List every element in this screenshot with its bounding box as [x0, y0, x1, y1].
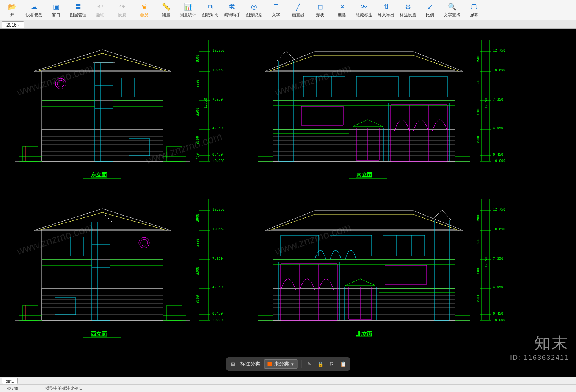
svg-text:±0.000: ±0.000: [493, 318, 505, 322]
text-search-button[interactable]: 🔍 文字查找: [441, 1, 463, 20]
svg-text:10.650: 10.650: [493, 227, 505, 231]
cloud-button[interactable]: ☁ 快看云盘: [24, 1, 45, 20]
annotation-bar: ⊞ 标注分类 未分类 ▾ ✎ 🔒 ⎘ 📋: [226, 357, 350, 371]
svg-text:±0.000: ±0.000: [212, 318, 225, 322]
shape-button[interactable]: ◻ 形状: [309, 1, 331, 20]
svg-text:0.450: 0.450: [493, 312, 503, 315]
shape-icon: ◻: [315, 2, 325, 11]
hide-icon: 👁: [359, 2, 369, 11]
svg-text:3600: 3600: [476, 136, 480, 144]
io-icon: ⇅: [381, 2, 391, 11]
search-icon: 🔍: [447, 2, 457, 11]
svg-text:7.350: 7.350: [212, 257, 223, 261]
assist-icon: 🛠: [228, 2, 237, 11]
svg-text:7.350: 7.350: [493, 98, 503, 102]
file-tabbar: 2016.·: [0, 20, 576, 29]
main-toolbar: 📂 开 ☁ 快看云盘 ▣ 窗口 ≣ 图层管理 ↶ 撤销 ↷ 恢复 ♛ 会员 📏 …: [0, 0, 576, 20]
file-tab[interactable]: 2016.·: [2, 21, 24, 28]
redo-button[interactable]: ↷ 恢复: [111, 1, 133, 20]
settings-icon: ⚙: [403, 2, 413, 11]
elevation-title: 西立面: [91, 331, 107, 337]
svg-text:450: 450: [196, 153, 199, 159]
text-button[interactable]: T 文字: [265, 1, 287, 20]
anno-settings-button[interactable]: ⚙ 标注设置: [397, 1, 419, 20]
color-swatch: [267, 362, 272, 366]
svg-text:3300: 3300: [476, 267, 480, 275]
grid-icon[interactable]: ⊞: [229, 360, 237, 368]
layout-tab[interactable]: out1: [2, 378, 18, 384]
svg-text:12.750: 12.750: [212, 48, 225, 52]
chevron-down-icon: ▾: [291, 361, 294, 367]
edit-assist-button[interactable]: 🛠 编辑助手: [221, 1, 243, 20]
status-left: = 42746: [3, 386, 30, 391]
line-button[interactable]: ╱ 画直线: [287, 1, 309, 20]
vip-icon: ♛: [140, 2, 149, 11]
layers-icon: ≣: [74, 2, 83, 11]
ruler-icon: 📏: [162, 2, 171, 11]
cloud-icon: ☁: [30, 2, 39, 11]
shape-recognize-button[interactable]: ◎ 图形识别: [243, 1, 265, 20]
redo-icon: ↷: [118, 2, 127, 11]
svg-text:3300: 3300: [196, 238, 199, 247]
svg-text:4.050: 4.050: [212, 126, 223, 130]
svg-text:12.750: 12.750: [212, 208, 225, 211]
folder-icon: 📂: [8, 2, 17, 11]
compare-icon: ⧉: [206, 2, 215, 11]
elevation-title: 南立面: [356, 172, 372, 178]
screen-icon: 🖵: [469, 2, 479, 11]
svg-text:3300: 3300: [196, 108, 199, 116]
anno-tag-select[interactable]: 未分类 ▾: [264, 359, 297, 369]
svg-text:3300: 3300: [476, 238, 480, 247]
undo-icon: ↶: [96, 2, 105, 11]
measure-button[interactable]: 📏 测量: [155, 1, 177, 20]
drawing-canvas[interactable]: www.znzmo.com www.znzmo.com www.znzmo.co…: [0, 29, 576, 377]
status-bar: = 42746 模型中的标注比例:1: [0, 384, 576, 392]
paste-icon[interactable]: 📋: [339, 360, 347, 368]
svg-text:3300: 3300: [476, 79, 480, 87]
svg-text:0.450: 0.450: [212, 312, 223, 315]
hide-anno-button[interactable]: 👁 隐藏标注: [353, 1, 375, 20]
svg-text:12.750: 12.750: [493, 208, 505, 211]
compare-button[interactable]: ⧉ 图纸对比: [199, 1, 221, 20]
svg-text:7.350: 7.350: [493, 257, 503, 261]
vip-button[interactable]: ♛ 会员: [133, 1, 155, 20]
lock-icon[interactable]: 🔒: [317, 360, 324, 368]
svg-text:7.350: 7.350: [212, 98, 223, 102]
separator: [301, 360, 301, 368]
import-export-button[interactable]: ⇅ 导入导出: [375, 1, 397, 20]
svg-text:10.650: 10.650: [212, 227, 225, 231]
text-icon: T: [272, 2, 281, 11]
open-button[interactable]: 📂 开: [2, 1, 23, 20]
scale-button[interactable]: ⤢ 比例: [419, 1, 441, 20]
svg-text:3600: 3600: [196, 295, 199, 303]
measure-stats-button[interactable]: 📊 测量统计: [177, 1, 199, 20]
svg-text:3300: 3300: [196, 79, 199, 87]
svg-text:12750: 12750: [204, 98, 207, 108]
svg-text:10.650: 10.650: [212, 68, 225, 72]
svg-text:2900: 2900: [476, 55, 480, 63]
elevation-title: 东立面: [91, 172, 107, 178]
svg-text:3600: 3600: [196, 136, 199, 144]
anno-category-label: 标注分类: [240, 361, 260, 367]
copy-icon[interactable]: ⎘: [328, 360, 336, 368]
elevation-east: 12.750 10.650 7.350 4.050 0.450 ±0.000 1…: [15, 40, 243, 184]
svg-text:12750: 12750: [484, 98, 488, 108]
svg-text:12750: 12750: [484, 257, 488, 267]
recognize-icon: ◎: [250, 2, 259, 11]
svg-text:10.650: 10.650: [493, 68, 505, 72]
svg-text:4.050: 4.050: [212, 285, 223, 289]
screen-button[interactable]: 🖵 屏幕: [463, 1, 485, 20]
scale-icon: ⤢: [425, 2, 435, 11]
svg-text:2900: 2900: [476, 214, 480, 222]
svg-text:12.750: 12.750: [493, 48, 505, 52]
edit-icon[interactable]: ✎: [305, 360, 313, 368]
svg-text:3300: 3300: [196, 267, 199, 275]
svg-text:3600: 3600: [476, 295, 480, 303]
delete-button[interactable]: ✕ 删除: [331, 1, 353, 20]
layers-button[interactable]: ≣ 图层管理: [67, 1, 89, 20]
elevation-title: 北立面: [356, 331, 372, 337]
window-button[interactable]: ▣ 窗口: [46, 1, 67, 20]
svg-text:±0.000: ±0.000: [212, 159, 225, 163]
elevation-south: 12.750 10.650 7.350 4.050 0.450 ±0.000 2…: [258, 40, 523, 184]
undo-button[interactable]: ↶ 撤销: [89, 1, 111, 20]
